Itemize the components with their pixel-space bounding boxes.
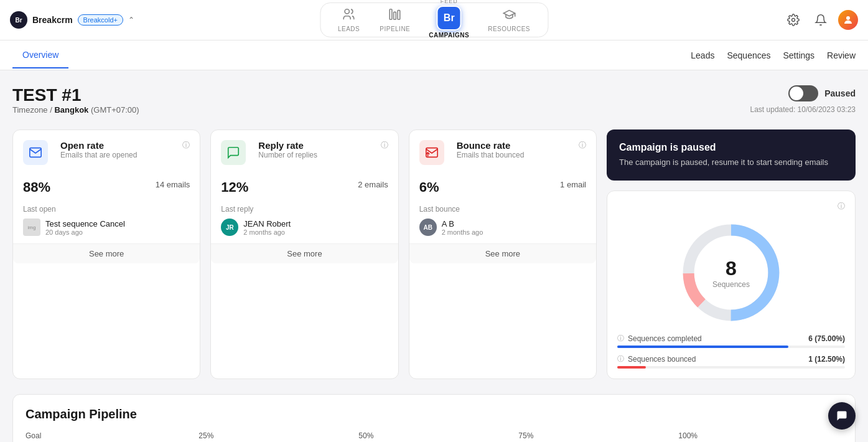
pipeline-icon xyxy=(388,7,402,24)
reply-person-time: 2 months ago xyxy=(243,228,291,236)
reply-rate-see-more-button[interactable]: See more xyxy=(211,243,398,263)
brand-name: Breakcrm xyxy=(32,15,73,25)
sub-nav: Overview Leads Sequences Settings Review xyxy=(0,40,868,70)
nav-right xyxy=(783,10,858,30)
svg-point-4 xyxy=(792,19,795,22)
nav-item-campaigns[interactable]: FEED Br CAMPAIGNS xyxy=(422,0,475,42)
jr-avatar: JR xyxy=(221,219,238,236)
plan-chevron-icon[interactable]: ⌃ xyxy=(128,16,134,24)
last-updated: Last updated: 10/06/2023 03:23 xyxy=(750,105,856,114)
status-toggle-row: Paused xyxy=(788,85,856,101)
plan-badge[interactable]: Breakcold+ xyxy=(78,14,123,26)
brand-avatar: Br xyxy=(10,11,27,29)
svg-point-0 xyxy=(345,9,349,14)
pipeline-title: Campaign Pipeline xyxy=(26,407,137,421)
settings-icon[interactable] xyxy=(783,10,803,30)
person-thumb: img xyxy=(23,219,40,236)
notifications-icon[interactable] xyxy=(811,10,831,30)
chart-info-icon[interactable]: ⓘ xyxy=(838,201,845,212)
bounce-person-name: A B xyxy=(442,219,483,228)
campaign-title-block: TEST #1 Timezone / Bangkok (GMT+07:00) xyxy=(12,85,139,127)
user-avatar[interactable] xyxy=(838,10,858,30)
svg-rect-2 xyxy=(394,12,396,19)
sub-nav-review[interactable]: Review xyxy=(827,50,856,60)
donut-center: 8 Sequences xyxy=(712,257,750,289)
leads-icon xyxy=(342,7,356,24)
open-rate-subtitle: Emails that are opened xyxy=(60,151,137,159)
reply-rate-numbers: 12% 2 emails xyxy=(221,171,388,197)
open-rate-see-more-button[interactable]: See more xyxy=(13,243,200,263)
pct-label-75: 75% xyxy=(518,431,533,440)
bounced-value: 1 (12.50%) xyxy=(808,355,845,364)
header-right: Paused Last updated: 10/06/2023 03:23 xyxy=(750,85,856,114)
open-rate-card: Open rate Emails that are opened ⓘ 88% 1… xyxy=(12,129,200,379)
bounce-person-time: 2 months ago xyxy=(442,228,483,236)
svg-rect-3 xyxy=(398,11,400,20)
goal-label: Goal xyxy=(26,431,41,440)
legend-completed-label: ⓘ Sequences completed xyxy=(617,334,702,343)
paused-notice-card: Campaign is paused The campaign is pause… xyxy=(607,129,856,181)
reply-person-name: JEAN Robert xyxy=(243,219,291,228)
toggle-knob xyxy=(790,87,803,100)
ab-avatar: AB xyxy=(419,219,437,236)
sub-nav-right: Leads Sequences Settings Review xyxy=(691,50,856,60)
reply-rate-last-label: Last reply xyxy=(221,205,388,214)
reply-person-info: JEAN Robert 2 months ago xyxy=(243,219,291,236)
nav-resources-label: RESOURCES xyxy=(488,26,530,32)
sub-nav-leads[interactable]: Leads xyxy=(691,50,714,60)
sub-nav-settings[interactable]: Settings xyxy=(783,50,815,60)
status-label: Paused xyxy=(824,88,856,98)
bounce-rate-text: Bounce rate Emails that bounced xyxy=(457,140,525,159)
completed-bar-track xyxy=(617,346,845,348)
pipeline-pct-labels: 25% 50% 75% 100% xyxy=(41,431,842,440)
bounce-rate-info-icon[interactable]: ⓘ xyxy=(579,140,586,151)
resources-icon xyxy=(502,7,516,24)
open-rate-pct: 88% xyxy=(23,171,50,197)
reply-rate-title: Reply rate xyxy=(258,140,317,151)
reply-rate-subtitle: Number of replies xyxy=(258,151,317,159)
open-rate-title: Open rate xyxy=(60,140,137,151)
main-content: TEST #1 Timezone / Bangkok (GMT+07:00) P… xyxy=(0,70,868,442)
reply-rate-info-icon[interactable]: ⓘ xyxy=(381,140,388,151)
pct-label-50: 50% xyxy=(358,431,373,440)
bounce-rate-see-more-button[interactable]: See more xyxy=(409,243,596,263)
completed-value: 6 (75.00%) xyxy=(808,334,845,343)
chat-button[interactable] xyxy=(828,402,856,430)
bounce-rate-emails: 1 email xyxy=(560,180,586,189)
reply-rate-text: Reply rate Number of replies xyxy=(258,140,317,159)
reply-rate-emails: 2 emails xyxy=(358,180,388,189)
campaign-title: TEST #1 xyxy=(12,85,139,105)
bounce-rate-person: AB A B 2 months ago xyxy=(419,219,586,236)
legend-bounced-row: ⓘ Sequences bounced 1 (12.50%) xyxy=(617,354,845,364)
reply-rate-title-block: Reply rate Number of replies xyxy=(221,140,317,165)
bounce-rate-pct: 6% xyxy=(419,171,439,197)
sub-nav-sequences[interactable]: Sequences xyxy=(727,50,770,60)
sequences-total: 8 xyxy=(712,257,750,280)
bounce-rate-numbers: 6% 1 email xyxy=(419,171,586,197)
pipeline-section: Campaign Pipeline ↻ Goal 25% 50% 75% 100… xyxy=(12,394,856,442)
person-name: Test sequence Cancel xyxy=(45,219,125,228)
bounced-info-icon[interactable]: ⓘ xyxy=(617,354,624,364)
sequences-label: Sequences xyxy=(712,280,750,289)
completed-info-icon[interactable]: ⓘ xyxy=(617,334,624,343)
feed-label: FEED xyxy=(441,0,458,4)
open-rate-title-block: Open rate Emails that are opened xyxy=(23,140,137,165)
reply-rate-header: Reply rate Number of replies ⓘ xyxy=(221,140,388,165)
nav-item-resources[interactable]: RESOURCES xyxy=(480,4,538,36)
bounce-rate-subtitle: Emails that bounced xyxy=(457,151,525,159)
open-rate-emails: 14 emails xyxy=(156,180,190,189)
pct-label-25: 25% xyxy=(198,431,213,440)
status-toggle[interactable] xyxy=(788,85,818,101)
campaign-meta: Timezone / Bangkok (GMT+07:00) xyxy=(12,105,139,115)
open-rate-info-icon[interactable]: ⓘ xyxy=(182,140,190,151)
open-rate-numbers: 88% 14 emails xyxy=(23,171,190,197)
bounced-text: Sequences bounced xyxy=(628,355,696,364)
reply-rate-pct: 12% xyxy=(221,171,248,197)
nav-item-pipeline[interactable]: PIPELINE xyxy=(372,4,418,36)
legend-completed-row: ⓘ Sequences completed 6 (75.00%) xyxy=(617,334,845,343)
open-rate-icon xyxy=(23,140,48,165)
tab-overview[interactable]: Overview xyxy=(12,42,68,68)
nav-item-leads[interactable]: LEADS xyxy=(330,4,367,36)
pipeline-header: Campaign Pipeline ↻ xyxy=(26,407,842,421)
completed-bar xyxy=(617,346,788,348)
